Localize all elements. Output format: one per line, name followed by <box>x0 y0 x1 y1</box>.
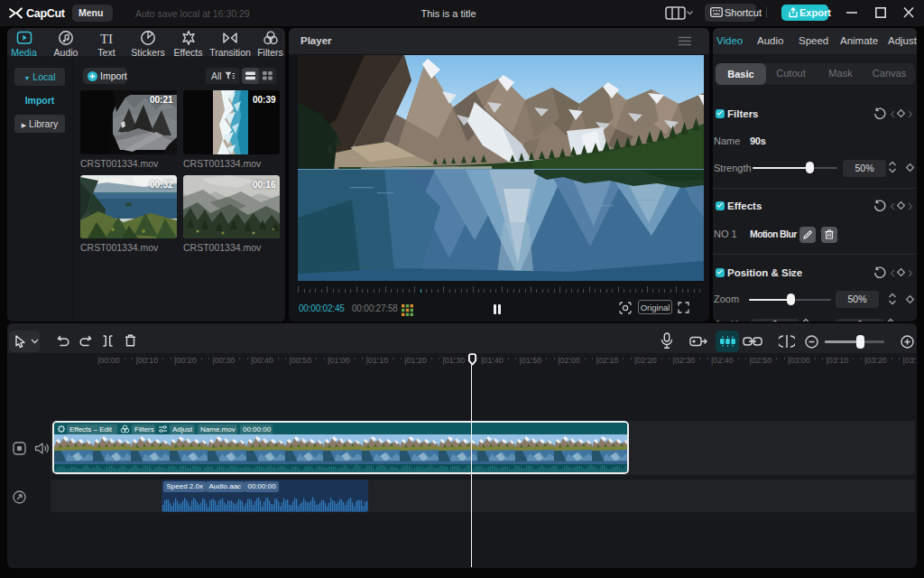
svg-text:TI: TI <box>100 32 113 46</box>
